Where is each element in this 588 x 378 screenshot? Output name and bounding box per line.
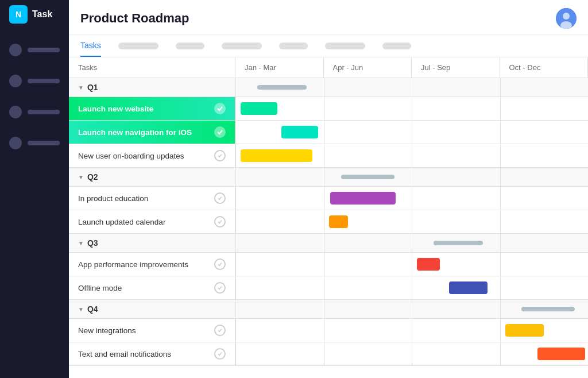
task-row-notifications: Text and email notifications <box>69 342 588 366</box>
bar-cell-launch-website-q2 <box>324 97 412 120</box>
sidebar-dot-2 <box>9 75 22 87</box>
group-row-q3: ▼ Q3 <box>69 234 588 253</box>
group-bar-cell-q3 <box>412 234 500 252</box>
sidebar: N Task <box>0 0 69 378</box>
bar-cell-integrations-q1 <box>235 319 324 342</box>
bar-cell-education-q2 <box>324 187 412 210</box>
group-bar-empty-q3-4 <box>500 234 589 252</box>
gantt-bar-offline <box>449 281 488 294</box>
task-row-calendar: Launch updated calendar <box>69 210 588 234</box>
bar-cell-performance-q1 <box>235 253 324 276</box>
group-label-q4[interactable]: ▼ Q4 <box>69 300 235 318</box>
bar-cell-performance-q2 <box>324 253 412 276</box>
check-icon-offline <box>214 282 226 294</box>
tab-pill-3[interactable] <box>222 43 262 49</box>
task-row-onboarding: New user on-boarding updates <box>69 144 588 168</box>
task-row-offline: Offline mode <box>69 276 588 300</box>
sidebar-dot-3 <box>9 106 22 118</box>
col-header-q4: Oct - Dec <box>500 57 589 78</box>
tab-pill-5[interactable] <box>325 43 365 49</box>
bar-cell-offline-q3 <box>412 276 500 299</box>
collapse-icon-q1: ▼ <box>78 84 84 91</box>
bar-cell-integrations-q2 <box>324 319 412 342</box>
bar-cell-offline-q2 <box>324 276 412 299</box>
task-label-performance[interactable]: App performance improvements <box>69 253 235 276</box>
sidebar-item-4[interactable] <box>0 133 69 153</box>
task-label-calendar[interactable]: Launch updated calendar <box>69 210 235 233</box>
check-icon-onboarding <box>214 150 226 161</box>
bar-cell-integrations-q3 <box>412 319 500 342</box>
task-label-integrations[interactable]: New integrations <box>69 319 235 342</box>
group-title-q2: Q2 <box>87 172 98 182</box>
gantt-bar-performance <box>417 258 440 271</box>
task-label-education[interactable]: In product education <box>69 187 235 210</box>
group-bar-q1 <box>257 85 307 90</box>
group-label-q1[interactable]: ▼ Q1 <box>69 78 235 97</box>
task-label-launch-website[interactable]: Launch new website <box>69 97 235 120</box>
task-label-notifications[interactable]: Text and email notifications <box>69 342 235 365</box>
check-icon-ios-nav <box>214 126 226 138</box>
task-name-onboarding: New user on-boarding updates <box>78 152 184 160</box>
sidebar-item-2[interactable] <box>0 71 69 91</box>
bar-cell-ios-nav-q3 <box>412 121 500 144</box>
task-name-ios-nav: Launch new navigation for iOS <box>78 128 192 137</box>
bar-cell-notifications-q1 <box>235 342 324 365</box>
tab-projects[interactable]: Tasks <box>80 35 101 57</box>
bar-cell-launch-website-q3 <box>412 97 500 120</box>
task-row-ios-nav: Launch new navigation for iOS <box>69 121 588 144</box>
tab-pill-1[interactable] <box>118 43 158 49</box>
bar-cell-performance-q3 <box>412 253 500 276</box>
tab-pill-6[interactable] <box>382 43 411 49</box>
tab-pill-2[interactable] <box>176 43 204 49</box>
tab-pill-4[interactable] <box>279 43 308 49</box>
bar-cell-onboarding-q1 <box>235 144 324 167</box>
sidebar-line-3 <box>28 110 60 114</box>
task-row-launch-website: Launch new website <box>69 97 588 121</box>
bar-cell-ios-nav-q1 <box>235 121 324 144</box>
group-label-q3[interactable]: ▼ Q3 <box>69 234 235 252</box>
bar-cell-notifications-q4 <box>500 342 589 365</box>
svg-point-1 <box>563 13 570 20</box>
group-bar-empty-q1-4 <box>500 78 589 97</box>
task-label-onboarding[interactable]: New user on-boarding updates <box>69 144 235 167</box>
group-bar-empty-q4-2 <box>324 300 412 318</box>
group-row-q2: ▼ Q2 <box>69 168 588 187</box>
task-row-education: In product education <box>69 187 588 210</box>
sidebar-line-4 <box>28 141 60 145</box>
bar-cell-notifications-q3 <box>412 342 500 365</box>
sidebar-item-1[interactable] <box>0 40 69 60</box>
bar-cell-ios-nav-q4 <box>500 121 589 144</box>
sidebar-item-3[interactable] <box>0 102 69 122</box>
gantt-bar-ios-nav <box>281 126 318 138</box>
avatar[interactable] <box>556 8 577 29</box>
group-title-q4: Q4 <box>87 304 98 314</box>
main-content: Product Roadmap Tasks Tasks Jan - Mar Ap… <box>69 0 588 378</box>
task-name-education: In product education <box>78 194 148 203</box>
bar-cell-calendar-q1 <box>235 210 324 233</box>
gantt-bar-calendar <box>329 215 349 228</box>
logo[interactable]: N Task <box>0 0 69 29</box>
task-label-offline[interactable]: Offline mode <box>69 276 235 299</box>
bar-cell-calendar-q3 <box>412 210 500 233</box>
group-bar-empty-q4-1 <box>235 300 324 318</box>
gantt-bar-onboarding <box>241 149 312 162</box>
task-name-performance: App performance improvements <box>78 260 188 269</box>
task-row-performance: App performance improvements <box>69 253 588 276</box>
task-name-launch-website: Launch new website <box>78 105 153 113</box>
bar-cell-ios-nav-q2 <box>324 121 412 144</box>
col-header-tasks: Tasks <box>69 57 235 78</box>
group-row-q1: ▼ Q1 <box>69 78 588 97</box>
task-label-ios-nav[interactable]: Launch new navigation for iOS <box>69 121 235 144</box>
collapse-icon-q3: ▼ <box>78 240 84 246</box>
check-icon-education <box>214 192 226 204</box>
check-icon-calendar <box>214 216 226 227</box>
group-label-q2[interactable]: ▼ Q2 <box>69 168 235 186</box>
bar-cell-performance-q4 <box>500 253 589 276</box>
group-bar-q2 <box>341 175 394 179</box>
bar-cell-offline-q1 <box>235 276 324 299</box>
check-icon-integrations <box>214 325 226 336</box>
group-bar-empty-q2-4 <box>500 168 589 186</box>
bar-cell-onboarding-q4 <box>500 144 589 167</box>
bar-cell-notifications-q2 <box>324 342 412 365</box>
group-bar-empty-q3-2 <box>324 234 412 252</box>
